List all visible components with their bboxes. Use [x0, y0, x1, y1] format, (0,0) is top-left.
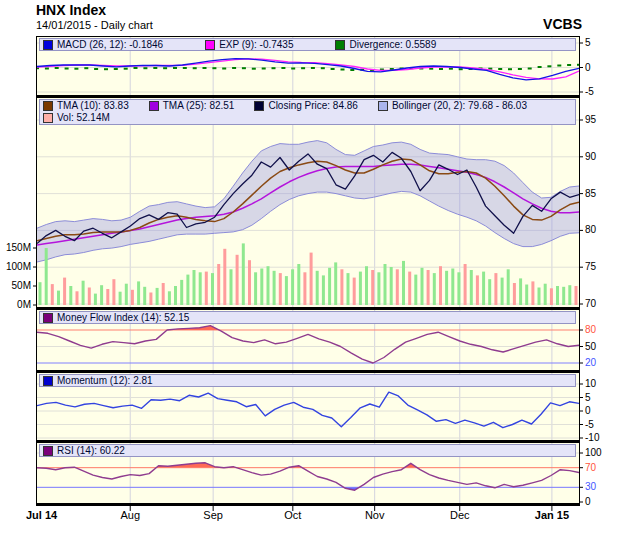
volume-ytick-label: 0M	[0, 299, 31, 311]
rsi-ytick-label: 100	[585, 447, 602, 459]
legend-text: TMA (10): 83.83	[57, 100, 129, 112]
momentum-ytick-label: 10	[585, 378, 596, 390]
macd-legend-item: EXP (9): -0.7435	[205, 39, 293, 51]
mfi-ytick-label: 20	[585, 357, 596, 369]
main-ytick-label: 75	[585, 261, 596, 273]
legend-text: EXP (9): -0.7435	[219, 39, 293, 51]
x-axis-label: Sep	[203, 509, 223, 521]
rsi-ytick-label: 0	[585, 496, 591, 508]
momentum-legend: Momentum (12): 2.81	[39, 374, 576, 387]
rsi-ytick-label: 30	[585, 481, 596, 493]
x-axis-label: Nov	[365, 509, 385, 521]
price-legend: TMA (10): 83.83TMA (25): 82.51Closing Pr…	[39, 99, 576, 125]
price-legend-row1: TMA (10): 83.83TMA (25): 82.51Closing Pr…	[43, 100, 575, 112]
rsi-ytick-label: 70	[585, 462, 596, 474]
legend-swatch	[254, 101, 264, 111]
momentum-legend-item: Momentum (12): 2.81	[43, 375, 153, 387]
x-axis-line	[37, 503, 579, 506]
main-ytick-label: 85	[585, 188, 596, 200]
volume-ytick-label: 50M	[0, 280, 31, 292]
legend-text: Vol: 52.14M	[57, 112, 110, 124]
legend-swatch	[149, 101, 159, 111]
mfi-legend: Money Flow Index (14): 52.15	[39, 311, 576, 324]
legend-text: MACD (26, 12): -0.1846	[57, 39, 163, 51]
legend-swatch	[43, 101, 53, 111]
legend-swatch	[43, 113, 53, 123]
legend-text: RSI (14): 60.22	[57, 445, 125, 457]
panel-separator	[37, 95, 579, 98]
price-legend-row2: Vol: 52.14M	[43, 112, 575, 124]
panel-separator	[37, 370, 579, 373]
legend-swatch	[335, 40, 345, 50]
legend-text: Closing Price: 84.86	[268, 100, 358, 112]
main-ytick-label: 80	[585, 224, 596, 236]
page-title: HNX Index	[36, 2, 106, 18]
chart-page: HNX Index 14/01/2015 - Daily chart VCBS …	[0, 0, 620, 535]
mfi-ytick-label: 50	[585, 341, 596, 353]
main-legend-item: TMA (10): 83.83	[43, 100, 129, 112]
main-legend-item: Closing Price: 84.86	[254, 100, 358, 112]
legend-swatch	[43, 313, 53, 323]
legend-text: Bollinger (20, 2): 79.68 - 86.03	[392, 100, 527, 112]
macd-legend-item: Divergence: 0.5589	[335, 39, 436, 51]
mfi-ytick-label: 80	[585, 324, 596, 336]
legend-swatch	[43, 40, 53, 50]
legend-swatch	[378, 101, 388, 111]
chart-subtitle: 14/01/2015 - Daily chart	[36, 19, 153, 31]
legend-swatch	[205, 40, 215, 50]
legend-text: Money Flow Index (14): 52.15	[57, 312, 189, 324]
legend-swatch	[43, 376, 53, 386]
macd-legend: MACD (26, 12): -0.1846EXP (9): -0.7435Di…	[39, 38, 576, 51]
x-axis-label: Aug	[120, 509, 140, 521]
panel-separator	[37, 307, 579, 310]
legend-swatch	[43, 446, 53, 456]
mfi-legend-item: Money Flow Index (14): 52.15	[43, 312, 189, 324]
legend-text: Momentum (12): 2.81	[57, 375, 153, 387]
x-axis-label: Oct	[284, 509, 301, 521]
main-ytick-label: 90	[585, 151, 596, 163]
macd-ytick-label: -5	[585, 86, 594, 98]
main-ytick-label: 70	[585, 298, 596, 310]
macd-legend-item: MACD (26, 12): -0.1846	[43, 39, 163, 51]
macd-ytick-label: 5	[585, 37, 591, 49]
volume-ytick-label: 150M	[0, 242, 31, 254]
momentum-ytick-label: -10	[585, 432, 599, 444]
main-ytick-label: 95	[585, 114, 596, 126]
rsi-legend-item: RSI (14): 60.22	[43, 445, 125, 457]
panel-separator	[37, 440, 579, 443]
volume-ytick-label: 100M	[0, 261, 31, 273]
legend-text: Divergence: 0.5589	[349, 39, 436, 51]
price-panel[interactable]	[37, 98, 579, 307]
main-legend-item: Vol: 52.14M	[43, 112, 110, 124]
main-legend-item: Bollinger (20, 2): 79.68 - 86.03	[378, 100, 527, 112]
macd-ytick-label: 0	[585, 62, 591, 74]
rsi-legend: RSI (14): 60.22	[39, 444, 576, 457]
momentum-ytick-label: -5	[585, 419, 594, 431]
momentum-ytick-label: 5	[585, 392, 591, 404]
momentum-ytick-label: 0	[585, 405, 591, 417]
brand-logo: VCBS	[543, 16, 582, 32]
legend-text: TMA (25): 82.51	[163, 100, 235, 112]
x-axis-label: Jan 15	[535, 509, 569, 521]
main-legend-item: TMA (25): 82.51	[149, 100, 235, 112]
x-axis-label: Jul 14	[26, 509, 57, 521]
x-axis-label: Dec	[450, 509, 470, 521]
